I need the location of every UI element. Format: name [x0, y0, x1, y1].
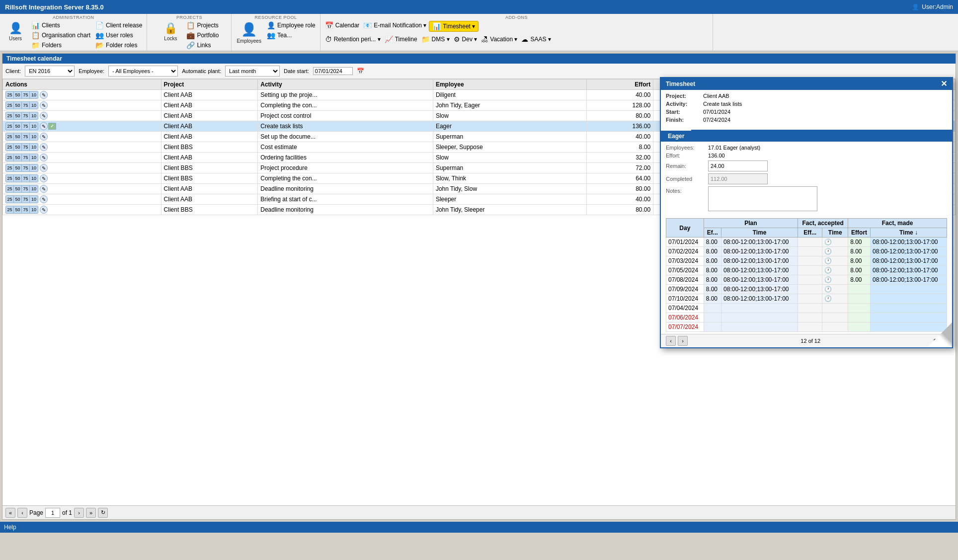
action-btn-edit[interactable]: ✎	[40, 174, 48, 182]
ribbon-item-client-release[interactable]: 📄 Client release	[94, 21, 144, 30]
action-btn-100[interactable]: 10	[30, 164, 38, 171]
action-btn-75[interactable]: 75	[22, 123, 30, 130]
action-btn-edit[interactable]: ✎	[40, 195, 48, 203]
ribbon-item-dms[interactable]: 📁 DMS ▾	[420, 35, 451, 44]
ts-modal-close-button[interactable]: ✕	[941, 80, 947, 88]
action-btn-75[interactable]: 75	[22, 206, 30, 213]
action-btn-100[interactable]: 10	[30, 91, 38, 98]
action-btn-50[interactable]: 50	[14, 102, 22, 109]
action-btn-check[interactable]: ✓	[48, 123, 56, 130]
ribbon-item-links[interactable]: 🔗 Links	[185, 41, 220, 50]
modal-pager-next[interactable]: ›	[678, 336, 688, 346]
action-btn-25[interactable]: 25	[6, 164, 14, 171]
action-btn-50[interactable]: 50	[14, 196, 22, 203]
ribbon-item-calendar[interactable]: 📅 Calendar	[323, 21, 361, 30]
ribbon-item-folder-roles[interactable]: 📂 Folder roles	[94, 41, 144, 50]
ribbon-item-teams[interactable]: 👥 Tea...	[265, 31, 317, 40]
date-start-input[interactable]	[313, 67, 353, 75]
action-btn-edit[interactable]: ✎	[40, 164, 48, 172]
action-btn-25[interactable]: 25	[6, 196, 14, 203]
action-btn-50[interactable]: 50	[14, 133, 22, 140]
action-btn-edit[interactable]: ✎	[40, 206, 48, 214]
pager-next[interactable]: ›	[74, 508, 84, 518]
ribbon-item-email-notif[interactable]: 📧 E-mail Notification ▾	[362, 21, 428, 30]
action-btn-75[interactable]: 75	[22, 112, 30, 119]
action-btn-25[interactable]: 25	[6, 154, 14, 161]
action-btn-25[interactable]: 25	[6, 175, 14, 182]
ribbon-item-saas[interactable]: ☁ SAAS ▾	[520, 35, 552, 44]
action-btn-50[interactable]: 50	[14, 164, 22, 171]
action-btn-100[interactable]: 10	[30, 123, 38, 130]
action-btn-25[interactable]: 25	[6, 91, 14, 98]
action-btn-50[interactable]: 50	[14, 175, 22, 182]
pager-prev[interactable]: ‹	[17, 508, 27, 518]
ribbon-item-portfolio[interactable]: 💼 Portfolio	[185, 31, 220, 40]
action-btn-50[interactable]: 50	[14, 91, 22, 98]
action-btn-edit[interactable]: ✎	[40, 154, 48, 161]
action-btn-75[interactable]: 75	[22, 102, 30, 109]
action-btn-25[interactable]: 25	[6, 206, 14, 213]
action-btn-100[interactable]: 10	[30, 206, 38, 213]
action-btn-25[interactable]: 25	[6, 102, 14, 109]
modal-pager-prev[interactable]: ‹	[666, 336, 676, 346]
action-btn-25[interactable]: 25	[6, 133, 14, 140]
client-select[interactable]: EN 2016	[25, 66, 75, 77]
action-btn-25[interactable]: 25	[6, 185, 14, 192]
action-btn-edit[interactable]: ✎	[40, 101, 48, 109]
pager-refresh[interactable]: ↻	[98, 508, 108, 518]
ribbon-item-retention[interactable]: ⏱ Retention peri... ▾	[323, 35, 382, 44]
modal-remain-input[interactable]	[708, 160, 768, 171]
employee-select[interactable]: - All Employees -	[108, 66, 178, 77]
action-btn-75[interactable]: 75	[22, 91, 30, 98]
ribbon-item-employee-role[interactable]: 👤 Employee role	[265, 21, 317, 30]
action-btn-edit[interactable]: ✎	[40, 122, 48, 130]
ribbon-item-clients[interactable]: 📊 Clients	[30, 21, 92, 30]
ribbon-item-timeline[interactable]: 📈 Timeline	[383, 35, 419, 44]
modal-notes-textarea[interactable]	[708, 186, 817, 211]
action-btn-edit[interactable]: ✎	[40, 185, 48, 193]
ribbon-item-projects[interactable]: 📋 Projects	[185, 21, 220, 30]
action-btn-75[interactable]: 75	[22, 144, 30, 151]
action-btn-100[interactable]: 10	[30, 175, 38, 182]
ribbon-item-timesheet[interactable]: 📊 Timesheet ▾	[429, 21, 479, 32]
action-btn-100[interactable]: 10	[30, 154, 38, 161]
action-btn-edit[interactable]: ✎	[40, 133, 48, 141]
ribbon-item-dev[interactable]: ⚙ Dev ▾	[452, 35, 479, 44]
action-btn-edit[interactable]: ✎	[40, 91, 48, 99]
action-btn-75[interactable]: 75	[22, 196, 30, 203]
action-btn-50[interactable]: 50	[14, 206, 22, 213]
ribbon-item-locks[interactable]: 🔒 Locks	[158, 21, 183, 42]
pager-last[interactable]: »	[86, 508, 96, 518]
ribbon-item-folders[interactable]: 📁 Folders	[30, 41, 92, 50]
action-btn-50[interactable]: 50	[14, 123, 22, 130]
action-btn-100[interactable]: 10	[30, 102, 38, 109]
action-btn-75[interactable]: 75	[22, 154, 30, 161]
ribbon-item-employees[interactable]: 👤 Employees	[235, 21, 263, 45]
page-num-input[interactable]	[45, 508, 60, 518]
auto-plant-select[interactable]: Last month	[225, 66, 280, 77]
action-btn-100[interactable]: 10	[30, 185, 38, 192]
action-btn-50[interactable]: 50	[14, 154, 22, 161]
ribbon-item-user-roles[interactable]: 👥 User roles	[94, 31, 144, 40]
pager-first[interactable]: «	[5, 508, 15, 518]
action-btn-75[interactable]: 75	[22, 185, 30, 192]
action-btn-100[interactable]: 10	[30, 196, 38, 203]
action-btn-edit[interactable]: ✎	[40, 112, 48, 120]
ribbon-item-users[interactable]: 👤 Users	[3, 21, 28, 42]
action-btn-75[interactable]: 75	[22, 175, 30, 182]
date-picker-icon[interactable]: 📅	[357, 68, 364, 75]
action-btn-100[interactable]: 10	[30, 144, 38, 151]
action-btn-50[interactable]: 50	[14, 112, 22, 119]
action-btn-25[interactable]: 25	[6, 123, 14, 130]
ribbon-item-vacation[interactable]: 🏖 Vacation ▾	[479, 35, 519, 44]
action-btn-50[interactable]: 50	[14, 185, 22, 192]
action-btn-75[interactable]: 75	[22, 133, 30, 140]
action-btn-100[interactable]: 10	[30, 133, 38, 140]
ribbon-item-org-chart[interactable]: 📋 Organisation chart	[30, 31, 92, 40]
modal-tab-eager[interactable]: Eager	[661, 130, 691, 142]
action-btn-75[interactable]: 75	[22, 164, 30, 171]
action-btn-25[interactable]: 25	[6, 144, 14, 151]
action-btn-edit[interactable]: ✎	[40, 143, 48, 151]
action-btn-25[interactable]: 25	[6, 112, 14, 119]
action-btn-100[interactable]: 10	[30, 112, 38, 119]
